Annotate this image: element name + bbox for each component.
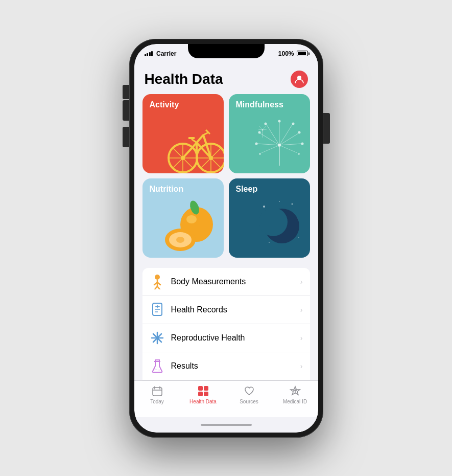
notch	[188, 44, 265, 58]
sources-tab-icon	[243, 385, 255, 397]
svg-line-30	[279, 144, 301, 145]
mindfulness-card-label: Mindfulness	[236, 100, 283, 109]
results-label: Results	[171, 361, 300, 371]
app-screen: Carrier 9:41 AM 100% Health Data	[134, 44, 318, 433]
sleep-card[interactable]: Sleep	[229, 178, 310, 258]
nutrition-card-label: Nutrition	[150, 185, 184, 194]
svg-line-38	[261, 145, 279, 153]
nutrition-card[interactable]: Nutrition	[142, 178, 224, 258]
svg-line-40	[279, 145, 297, 153]
svg-point-39	[259, 153, 261, 155]
scroll-area: Activity	[134, 94, 318, 380]
home-bar	[201, 424, 252, 426]
health-categories-list: Body Measurements ›	[142, 268, 310, 380]
health-records-item[interactable]: Health Records ›	[142, 296, 310, 324]
svg-line-36	[257, 144, 279, 145]
activity-card-label: Activity	[150, 100, 179, 109]
results-item[interactable]: Results ›	[142, 352, 310, 380]
power-button[interactable]	[323, 113, 330, 144]
activity-card[interactable]: Activity	[142, 94, 224, 173]
health-data-tab-label: Health Data	[189, 399, 217, 404]
phone-screen: Carrier 9:41 AM 100% Health Data	[134, 44, 318, 433]
battery-fill	[298, 52, 306, 55]
content-area: Health Data Activity	[134, 66, 318, 433]
battery-icon	[297, 51, 308, 56]
svg-line-68	[157, 286, 160, 289]
svg-rect-84	[198, 386, 203, 391]
body-measurements-label: Body Measurements	[171, 277, 300, 286]
svg-point-54	[263, 206, 265, 208]
svg-point-62	[259, 208, 288, 236]
health-data-tab-icon	[197, 385, 209, 397]
medical-id-tab-label: Medical ID	[283, 399, 307, 404]
tab-sources[interactable]: Sources	[226, 385, 272, 404]
volume-up-button[interactable]	[123, 100, 129, 121]
health-records-icon	[150, 302, 165, 318]
reproductive-health-chevron: ›	[300, 334, 303, 342]
app-header: Health Data	[134, 66, 318, 94]
svg-rect-85	[204, 386, 208, 391]
status-left: Carrier	[145, 50, 177, 57]
today-tab-icon	[151, 385, 163, 397]
tab-bar: Today Health Data	[134, 380, 318, 417]
sources-tab-label: Sources	[240, 399, 258, 404]
svg-rect-80	[153, 388, 162, 396]
tab-medical-id[interactable]: Medical ID	[272, 385, 318, 404]
svg-line-32	[267, 125, 279, 145]
svg-point-60	[279, 201, 280, 202]
profile-button[interactable]	[291, 71, 308, 88]
tab-today[interactable]: Today	[134, 385, 180, 404]
mindfulness-illustration	[251, 112, 307, 168]
health-records-label: Health Records	[171, 305, 300, 314]
svg-line-45	[259, 126, 263, 130]
body-measurements-icon	[150, 274, 165, 289]
volume-down-button[interactable]	[123, 127, 129, 147]
carrier-label: Carrier	[156, 50, 176, 57]
sleep-card-label: Sleep	[236, 185, 258, 194]
svg-point-58	[269, 242, 270, 243]
page-title: Health Data	[145, 71, 223, 87]
results-chevron: ›	[300, 362, 303, 370]
svg-line-44	[263, 126, 266, 130]
sleep-illustration	[254, 196, 305, 253]
health-records-chevron: ›	[300, 306, 303, 314]
reproductive-health-item[interactable]: Reproductive Health ›	[142, 324, 310, 352]
medical-id-tab-icon	[289, 385, 301, 397]
svg-rect-86	[198, 392, 203, 396]
tab-health-data[interactable]: Health Data	[180, 385, 226, 404]
reproductive-health-label: Reproductive Health	[171, 333, 300, 343]
home-indicator	[134, 417, 318, 433]
category-cards-grid: Activity	[142, 94, 310, 258]
svg-point-31	[301, 142, 303, 145]
svg-line-16	[203, 132, 208, 135]
svg-point-25	[278, 120, 280, 122]
svg-point-20	[181, 156, 185, 160]
body-measurements-chevron: ›	[300, 278, 303, 286]
reproductive-health-icon	[150, 330, 165, 346]
mindfulness-card[interactable]: Mindfulness	[229, 94, 310, 173]
svg-line-34	[260, 133, 279, 145]
svg-point-63	[155, 275, 160, 280]
svg-point-35	[258, 131, 260, 133]
svg-point-50	[186, 215, 197, 223]
mute-button[interactable]	[123, 85, 129, 99]
results-icon	[150, 358, 165, 374]
svg-point-21	[209, 156, 213, 160]
svg-line-28	[279, 133, 298, 145]
signal-icon	[145, 51, 153, 56]
body-measurements-item[interactable]: Body Measurements ›	[142, 268, 310, 296]
activity-illustration	[165, 115, 224, 173]
today-tab-label: Today	[150, 399, 164, 404]
svg-point-27	[292, 122, 294, 125]
svg-rect-87	[204, 392, 208, 396]
svg-point-41	[298, 153, 300, 155]
nutrition-illustration	[160, 196, 221, 258]
svg-line-18	[192, 139, 197, 143]
phone-frame: Carrier 9:41 AM 100% Health Data	[129, 39, 323, 438]
svg-point-29	[298, 131, 300, 133]
svg-point-33	[264, 122, 267, 125]
svg-point-59	[298, 237, 299, 238]
battery-percent: 100%	[278, 50, 294, 57]
svg-line-14	[197, 135, 203, 143]
svg-point-53	[176, 237, 184, 243]
